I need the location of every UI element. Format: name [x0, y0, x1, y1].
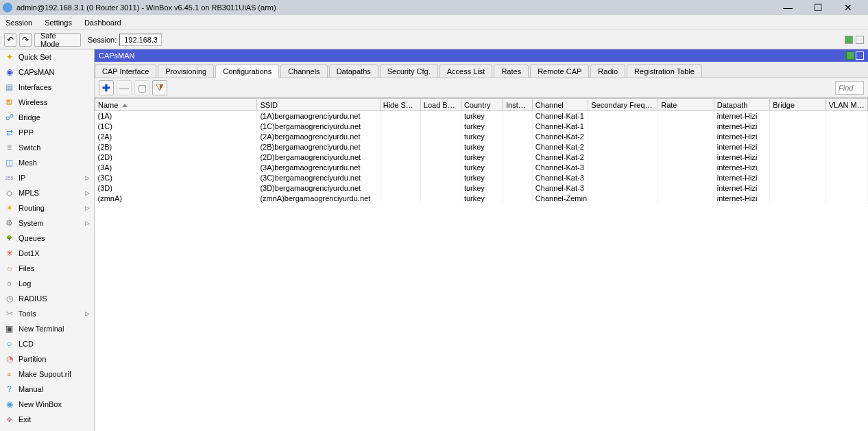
- table-row[interactable]: (3D)(3D)bergamaogrenciyurdu.netturkeyCha…: [95, 183, 868, 194]
- redo-button[interactable]: ↷: [19, 33, 32, 47]
- sidebar-item-make-supout-rif[interactable]: 🗎Make Supout.rif: [0, 366, 94, 382]
- sidebar-expand-icon: ▷: [85, 205, 90, 211]
- status-green-icon: [845, 36, 853, 44]
- sidebar-item-wireless[interactable]: 📶Wireless: [0, 95, 94, 110]
- maximize-icon[interactable]: ☐: [809, 1, 827, 14]
- column-header-channel[interactable]: Channel: [532, 99, 588, 111]
- sidebar-item-manual[interactable]: ?Manual: [0, 382, 94, 397]
- cell-rate: [658, 111, 714, 121]
- column-header-loadbal[interactable]: Load Bal...: [420, 99, 461, 111]
- table-row[interactable]: (2D)(2D)bergamaogrenciyurdu.netturkeyCha…: [95, 152, 868, 163]
- column-header-datapath[interactable]: Datapath: [714, 99, 770, 111]
- sidebar-item-ip[interactable]: 255IP▷: [0, 170, 94, 185]
- close-icon[interactable]: ✕: [839, 1, 857, 14]
- column-header-hidessid[interactable]: Hide SSID: [380, 99, 420, 111]
- tab-remote-cap[interactable]: Remote CAP: [530, 65, 589, 78]
- tab-provisioning[interactable]: Provisioning: [158, 65, 214, 78]
- sidebar-icon: ▣: [4, 324, 14, 334]
- filter-button[interactable]: ⧩: [152, 80, 167, 95]
- table-row[interactable]: (1C)(1C)bergamaogrenciyurdu.netturkeyCha…: [95, 121, 868, 132]
- sidebar-item-bridge[interactable]: ☍Bridge: [0, 110, 94, 125]
- tab-security-cfg-[interactable]: Security Cfg.: [380, 65, 438, 78]
- panel-title-close-icon[interactable]: [856, 51, 864, 60]
- undo-button[interactable]: ↶: [4, 33, 16, 47]
- tab-registration-table[interactable]: Registration Table: [627, 65, 702, 78]
- tab-configurations[interactable]: Configurations: [215, 65, 279, 78]
- sidebar-item-switch[interactable]: ≡Switch: [0, 140, 94, 155]
- sidebar-item-interfaces[interactable]: ▦Interfaces: [0, 80, 94, 95]
- cell-channel: Channel-Kat-1: [532, 111, 588, 121]
- cell-ssid: (3C)bergamaogrenciyurdu.net: [257, 173, 380, 183]
- cell-country: turkey: [461, 163, 503, 173]
- table-wrap[interactable]: NameSSIDHide SSIDLoad Bal...CountryInsta…: [95, 97, 868, 431]
- table-row[interactable]: (2A)(2A)bergamaogrenciyurdu.netturkeyCha…: [95, 132, 868, 142]
- sidebar-item-dot1x[interactable]: ✳Dot1X: [0, 246, 94, 261]
- sidebar-item-lcd[interactable]: 🖵LCD: [0, 336, 94, 351]
- column-header-vlanmo[interactable]: VLAN Mo...: [825, 99, 867, 111]
- sidebar-item-capsman[interactable]: ◉CAPsMAN: [0, 65, 94, 80]
- table-row[interactable]: (2B)(2B)bergamaogrenciyurdu.netturkeyCha…: [95, 142, 868, 152]
- sidebar-expand-icon: ▷: [85, 220, 90, 226]
- cell-secfreq: [588, 163, 658, 173]
- table-row[interactable]: (zmnA)(zmnA)bergamaogrenciyurdu.netturke…: [95, 194, 868, 204]
- sidebar-icon: ⚙: [4, 218, 14, 229]
- minimize-icon[interactable]: —: [779, 1, 797, 14]
- panel-toolbar: ✚ — ▢ ⧩: [95, 78, 868, 97]
- sidebar-icon: ≡: [4, 143, 14, 153]
- sidebar-item-quick-set[interactable]: ✦Quick Set: [0, 49, 94, 65]
- column-header-country[interactable]: Country: [461, 99, 503, 111]
- cell-channel: Channel-Kat-3: [532, 163, 588, 173]
- tab-access-list[interactable]: Access List: [439, 65, 493, 78]
- tab-channels[interactable]: Channels: [280, 65, 327, 78]
- sidebar-item-new-winbox[interactable]: ◉New WinBox: [0, 397, 94, 412]
- sidebar-item-radius[interactable]: ◷RADIUS: [0, 291, 94, 306]
- copy-button[interactable]: ▢: [134, 80, 149, 95]
- sidebar-item-queues[interactable]: 🌳Queues: [0, 231, 94, 246]
- tab-cap-interface[interactable]: CAP Interface: [95, 65, 156, 78]
- cell-secfreq: [588, 121, 658, 132]
- column-header-ssid[interactable]: SSID: [257, 99, 380, 111]
- table-row[interactable]: (1A)(1A)bergamaogrenciyurdu.netturkeyCha…: [95, 111, 868, 121]
- column-header-name[interactable]: Name: [95, 99, 257, 111]
- column-header-install[interactable]: Install...: [503, 99, 533, 111]
- cell-name: (zmnA): [95, 194, 257, 204]
- session-input[interactable]: [119, 34, 162, 46]
- cell-bridge: [770, 163, 826, 173]
- remove-button[interactable]: —: [117, 80, 132, 95]
- sidebar-item-partition[interactable]: ◔Partition: [0, 351, 94, 366]
- sidebar-item-system[interactable]: ⚙System▷: [0, 216, 94, 231]
- sidebar-item-ppp[interactable]: ⇄PPP: [0, 125, 94, 140]
- sidebar-item-new-terminal[interactable]: ▣New Terminal: [0, 321, 94, 336]
- window-controls: — ☐ ✕: [779, 1, 865, 14]
- sidebar-icon: 🗎: [4, 369, 14, 380]
- column-header-rate[interactable]: Rate: [658, 99, 714, 111]
- menu-settings[interactable]: Settings: [45, 19, 72, 27]
- sidebar-icon: ◫: [4, 158, 14, 168]
- column-header-secfreq[interactable]: Secondary Freque...: [588, 99, 658, 111]
- sidebar-icon: ◉: [4, 67, 14, 78]
- sidebar-item-mpls[interactable]: ◇MPLS▷: [0, 185, 94, 200]
- table-row[interactable]: (3C)(3C)bergamaogrenciyurdu.netturkeyCha…: [95, 173, 868, 183]
- sidebar-item-files[interactable]: 🗀Files: [0, 261, 94, 276]
- menu-session[interactable]: Session: [5, 19, 32, 27]
- sidebar-item-label: Tools: [19, 310, 36, 318]
- find-input[interactable]: [835, 81, 864, 95]
- tab-rates[interactable]: Rates: [494, 65, 529, 78]
- cell-country: turkey: [461, 152, 503, 163]
- cell-channel: Channel-Kat-2: [532, 152, 588, 163]
- cell-vlanmo: [825, 132, 867, 142]
- sidebar-item-mesh[interactable]: ◫Mesh: [0, 155, 94, 170]
- tab-datapaths[interactable]: Datapaths: [329, 65, 378, 78]
- safe-mode-button[interactable]: Safe Mode: [34, 33, 81, 47]
- sidebar-item-log[interactable]: 🗒Log: [0, 276, 94, 291]
- sidebar-item-exit[interactable]: ⎆Exit: [0, 412, 94, 427]
- column-header-bridge[interactable]: Bridge: [770, 99, 826, 111]
- tab-radio[interactable]: Radio: [590, 65, 625, 78]
- content-panel: CAPsMAN CAP InterfaceProvisioningConfigu…: [95, 49, 868, 431]
- table-row[interactable]: (3A)(3A)bergamaogrenciyurdu.netturkeyCha…: [95, 163, 868, 173]
- sidebar-item-routing[interactable]: ✶Routing▷: [0, 200, 94, 216]
- sidebar-item-tools[interactable]: ✂Tools▷: [0, 306, 94, 321]
- sidebar-icon: ✦: [4, 52, 14, 62]
- menu-dashboard[interactable]: Dashboard: [84, 19, 121, 27]
- add-button[interactable]: ✚: [99, 80, 114, 95]
